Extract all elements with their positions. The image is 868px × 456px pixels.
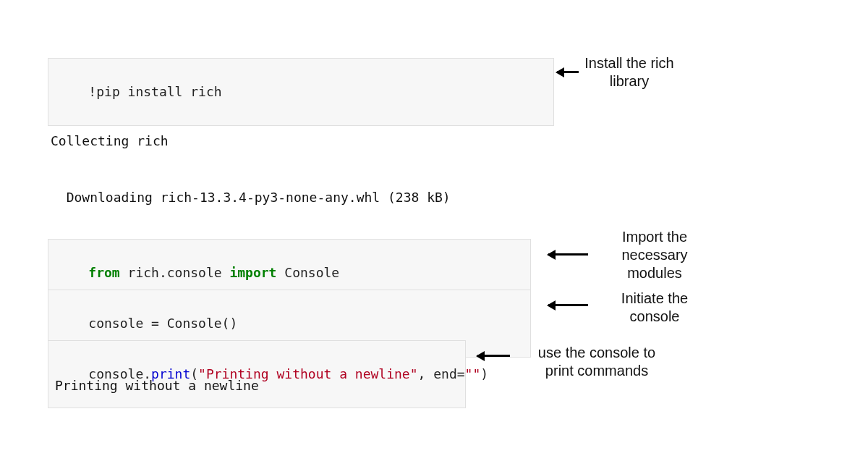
annotation-init: Initiate the console bbox=[604, 290, 705, 326]
arrow-left-icon bbox=[548, 253, 588, 256]
keyword-from: from bbox=[88, 265, 119, 280]
output-line: Collecting rich bbox=[51, 132, 482, 151]
module-name: rich.console bbox=[120, 265, 230, 280]
annotation-install: Install the rich library bbox=[575, 54, 684, 90]
string-literal: "" bbox=[465, 366, 481, 381]
annotation-print: use the console to print commands bbox=[521, 344, 673, 380]
code-cell-print[interactable]: console.print("Printing without a newlin… bbox=[48, 340, 466, 408]
import-name: Console bbox=[276, 265, 339, 280]
arrow-left-icon bbox=[477, 355, 510, 357]
kwarg: , end= bbox=[418, 366, 465, 381]
rparen: ) bbox=[480, 366, 488, 381]
output-print: Printing without a newline bbox=[55, 376, 259, 395]
code-text: console = Console() bbox=[88, 316, 237, 331]
arrow-left-icon bbox=[548, 304, 588, 306]
keyword-import: import bbox=[229, 265, 276, 280]
annotation-import: Import the necessary modules bbox=[604, 228, 705, 282]
output-line: Downloading rich-13.3.4-py3-none-any.whl… bbox=[51, 188, 482, 207]
